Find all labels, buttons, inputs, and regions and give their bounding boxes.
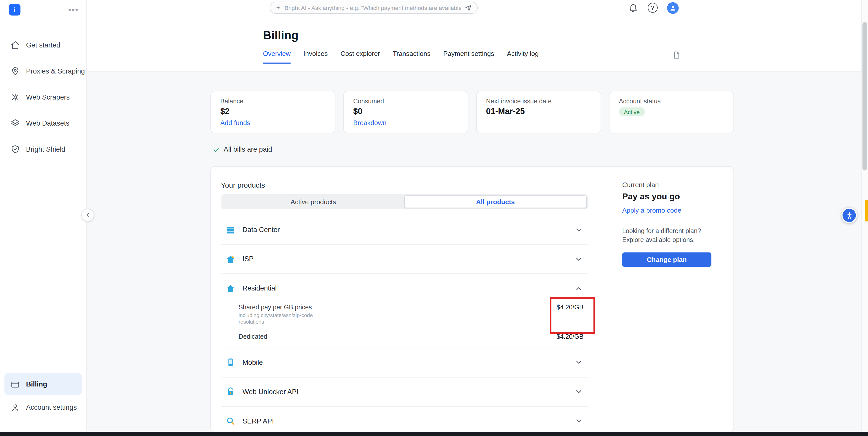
tab-cost-explorer[interactable]: Cost explorer — [341, 50, 380, 64]
page-header: ? Billing Overview Invoices Cost explore… — [87, 0, 868, 71]
add-funds-link[interactable]: Add funds — [220, 119, 326, 127]
your-products-card: Your products Active products All produc… — [210, 166, 734, 433]
brand-logo[interactable]: i — [9, 4, 21, 15]
toggle-all-products[interactable]: All products — [404, 195, 587, 208]
sidebar-bottom-nav: Billing Account settings — [0, 372, 86, 419]
card-label: Account status — [619, 98, 724, 105]
tab-bar: Overview Invoices Cost explorer Transact… — [263, 50, 539, 64]
notifications-bell-icon[interactable] — [628, 3, 638, 13]
current-plan-panel: Current plan Pay as you go Apply a promo… — [608, 167, 734, 432]
bottom-dark-strip — [0, 432, 868, 436]
sidebar-item-label: Get started — [26, 41, 60, 49]
layers-icon — [10, 119, 20, 128]
sidebar-item-web-datasets[interactable]: Web Datasets — [0, 110, 86, 136]
card-label: Next invoice issue date — [486, 98, 591, 105]
magnifier-icon — [226, 416, 236, 426]
feedback-edge-tab[interactable] — [865, 200, 868, 221]
mobile-phone-icon — [226, 357, 236, 367]
tab-transactions[interactable]: Transactions — [393, 50, 430, 64]
sparkle-icon — [275, 5, 281, 11]
pricing-name: Dedicated — [239, 333, 267, 340]
sidebar-item-label: Proxies & Scraping — [26, 67, 85, 75]
product-label: Mobile — [243, 359, 263, 366]
card-label: Balance — [220, 98, 326, 105]
pricing-name: Shared pay per GB prices — [239, 304, 319, 310]
sidebar-item-bright-shield[interactable]: Bright Shield — [0, 136, 86, 162]
scrollbar-thumb[interactable] — [862, 22, 867, 170]
user-settings-icon — [10, 403, 20, 412]
topbar-icons: ? — [628, 1, 679, 14]
products-title: Your products — [221, 181, 265, 189]
consumed-value: $0 — [353, 106, 458, 116]
ai-search-bar[interactable] — [270, 2, 478, 14]
breakdown-link[interactable]: Breakdown — [353, 119, 458, 127]
accessibility-widget-button[interactable] — [841, 208, 857, 223]
chevron-left-icon — [85, 212, 91, 218]
tab-payment-settings[interactable]: Payment settings — [443, 50, 494, 64]
chevron-down-icon — [575, 387, 583, 396]
sidebar-item-label: Web Scrapers — [26, 93, 70, 101]
account-status-card: Account status Active — [609, 91, 734, 133]
sidebar-item-label: Billing — [26, 380, 47, 388]
sidebar-nav: Get started Proxies & Scraping Web Scrap… — [0, 32, 86, 162]
residential-home-icon — [226, 284, 236, 293]
pricing-value: $4.20/GB — [557, 304, 583, 310]
residential-pricing-details: Shared pay per GB prices including city/… — [221, 303, 588, 348]
send-icon[interactable] — [464, 4, 472, 11]
sidebar-collapse-button[interactable] — [82, 209, 94, 221]
sidebar-item-proxies-scraping[interactable]: Proxies & Scraping — [0, 58, 86, 84]
tab-invoices[interactable]: Invoices — [303, 50, 328, 64]
page-title: Billing — [263, 29, 299, 42]
plan-alt-line1: Looking for a different plan? — [622, 227, 701, 234]
scraper-icon — [10, 92, 20, 102]
change-plan-button[interactable]: Change plan — [622, 252, 711, 267]
sidebar-item-billing[interactable]: Billing — [4, 373, 82, 395]
product-row-web-unlocker[interactable]: Web Unlocker API — [221, 377, 588, 407]
balance-value: $2 — [220, 106, 326, 116]
sidebar-item-label: Web Datasets — [26, 119, 69, 127]
sidebar-item-get-started[interactable]: Get started — [0, 32, 86, 58]
help-icon[interactable]: ? — [648, 3, 658, 13]
next-invoice-date: 01-Mar-25 — [486, 106, 591, 116]
app-window: i ••• Get started Proxies & Scraping Web… — [0, 0, 868, 436]
product-row-residential[interactable]: Residential — [221, 274, 588, 303]
consumed-card: Consumed $0 Breakdown — [343, 91, 468, 133]
chevron-down-icon — [575, 255, 583, 263]
home-icon — [10, 40, 20, 50]
content-area: Balance $2 Add funds Consumed $0 Breakdo… — [87, 71, 868, 432]
search-input[interactable] — [285, 4, 461, 11]
products-filter-toggle: Active products All products — [221, 194, 588, 209]
product-row-isp[interactable]: ISP — [221, 245, 588, 274]
product-rows: Data Center ISP Residential — [221, 215, 588, 436]
product-label: SERP API — [243, 417, 274, 425]
user-avatar[interactable] — [667, 2, 679, 14]
product-row-mobile[interactable]: Mobile — [221, 348, 588, 377]
toggle-active-products[interactable]: Active products — [223, 195, 404, 208]
bills-status: All bills are paid — [213, 146, 272, 153]
sidebar-item-web-scrapers[interactable]: Web Scrapers — [0, 84, 86, 110]
product-label: Data Center — [243, 226, 280, 233]
balance-card: Balance $2 Add funds — [210, 91, 336, 133]
tab-activity-log[interactable]: Activity log — [507, 50, 539, 64]
summary-cards: Balance $2 Add funds Consumed $0 Breakdo… — [210, 91, 734, 133]
location-pin-icon — [10, 66, 20, 76]
chevron-down-icon — [575, 358, 583, 367]
promo-code-link[interactable]: Apply a promo code — [622, 207, 722, 214]
isp-home-icon — [226, 254, 236, 264]
shield-icon — [10, 145, 20, 154]
bills-status-text: All bills are paid — [224, 146, 272, 153]
tab-overview[interactable]: Overview — [263, 50, 290, 64]
more-menu-icon[interactable]: ••• — [68, 7, 79, 12]
status-badge: Active — [619, 107, 645, 116]
document-icon[interactable] — [673, 51, 680, 59]
product-label: Residential — [243, 285, 277, 292]
sidebar: i ••• Get started Proxies & Scraping Web… — [0, 0, 87, 432]
sidebar-item-account-settings[interactable]: Account settings — [4, 397, 82, 418]
product-row-data-center[interactable]: Data Center — [221, 215, 588, 245]
product-label: Web Unlocker API — [243, 388, 299, 396]
next-invoice-card: Next invoice issue date 01-Mar-25 — [476, 91, 601, 133]
current-plan-label: Current plan — [622, 181, 722, 189]
sidebar-item-label: Bright Shield — [26, 145, 65, 153]
pricing-row-shared: Shared pay per GB prices including city/… — [239, 304, 584, 326]
plan-alt-line2: Explore available options. — [622, 237, 695, 243]
